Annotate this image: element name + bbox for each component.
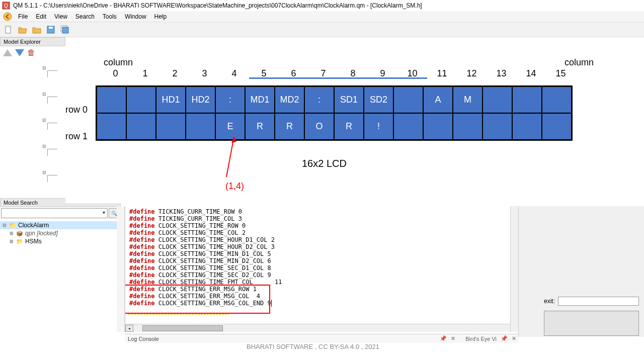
tree-qpn[interactable]: ⊞ 📦 qpn [locked] xyxy=(0,229,121,237)
close-icon[interactable]: ✕ xyxy=(510,335,518,342)
triangle-down-icon[interactable] xyxy=(15,49,24,56)
code-line: #define TICKING_CURR_TIME_COL 3 xyxy=(129,215,514,222)
menu-edit[interactable]: Edit xyxy=(32,12,50,21)
tree-root-label: ClockAlarm xyxy=(18,222,49,229)
column-number: 12 xyxy=(457,68,487,79)
svg-rect-7 xyxy=(62,27,68,33)
lcd-cell xyxy=(126,113,156,140)
row-labels: row 0 row 1 xyxy=(65,97,92,150)
row1-label: row 1 xyxy=(65,123,92,150)
column-number: 3 xyxy=(190,68,219,79)
lcd-cell: R xyxy=(275,113,304,140)
lcd-cell: SD1 xyxy=(334,86,364,113)
horizontal-scrollbar[interactable]: ◂ ▸ xyxy=(125,324,518,332)
code-line: #define CLOCK_SETTING_TIME_MIN_D2_COL 6 xyxy=(129,257,514,264)
code-gutter xyxy=(117,206,125,332)
menu-window[interactable]: Window xyxy=(121,12,150,21)
toolbar xyxy=(0,22,644,37)
code-line: #define CLOCK_SETTING_TIME_MIN_D1_COL 5 xyxy=(129,250,514,257)
exit-field[interactable] xyxy=(558,297,639,306)
expander-icon[interactable]: ⊞ xyxy=(9,231,14,236)
svg-line-8 xyxy=(226,137,234,177)
lcd-cell xyxy=(393,113,423,140)
birds-eye-label[interactable]: Bird's Eye Vi xyxy=(463,336,499,342)
scrollbar-thumb[interactable] xyxy=(142,325,223,331)
package-icon: 📦 xyxy=(16,230,23,237)
tree-root[interactable]: ⊟ 📁 ClockAlarm xyxy=(0,221,121,229)
lcd-cell xyxy=(393,86,423,113)
menu-tools[interactable]: Tools xyxy=(99,12,121,21)
menu-help[interactable]: Help xyxy=(150,12,171,21)
lcd-cell xyxy=(97,113,126,140)
folder-icon: 📁 xyxy=(16,238,23,245)
lcd-cell: O xyxy=(304,113,334,140)
code-line: #define CLOCK_SETTING_TIME_SEC_D1_COL 8 xyxy=(129,264,514,272)
tree-qpn-label: qpn [locked] xyxy=(25,230,58,237)
new-file-icon[interactable] xyxy=(2,23,15,36)
open-folder2-icon[interactable] xyxy=(30,23,43,36)
model-search-panel: Model Search 🔍 ⊟ 📁 ClockAlarm ⊞ 📦 qpn [l… xyxy=(0,198,121,247)
lcd-cell xyxy=(482,113,512,140)
tree-hsms[interactable]: ⊞ 📁 HSMs xyxy=(0,237,121,245)
pointer-label: (1,4) xyxy=(225,181,244,192)
trash-icon[interactable]: 🗑 xyxy=(27,48,35,57)
project-tree: ⊟ 📁 ClockAlarm ⊞ 📦 qpn [locked] ⊞ 📁 HSMs xyxy=(0,219,121,247)
vertical-scrollbar[interactable] xyxy=(510,206,518,332)
expander-icon[interactable]: ⊞ xyxy=(9,239,14,244)
pin-icon[interactable]: 📌 xyxy=(499,335,510,342)
svg-point-2 xyxy=(4,13,12,21)
lcd-cell xyxy=(542,86,572,113)
code-editor[interactable]: #define TICKING_CURR_TIME_ROW 0#define T… xyxy=(125,206,518,332)
close-icon[interactable]: ✕ xyxy=(449,335,457,342)
lcd-grid: HD1HD2:MD1MD2:SD1SD2AM ERROR! xyxy=(96,85,573,141)
svg-rect-5 xyxy=(49,27,53,29)
explorer-toolbar: 🗑 xyxy=(0,46,65,59)
pointer-arrow-icon xyxy=(221,137,242,182)
column-number: 13 xyxy=(487,68,516,79)
lcd-cell: A xyxy=(423,86,453,113)
property-textarea[interactable] xyxy=(544,311,639,336)
back-orb-icon[interactable] xyxy=(3,12,12,21)
column-number: 4 xyxy=(219,68,249,79)
lcd-cell: R xyxy=(245,113,275,140)
pin-icon[interactable]: 📌 xyxy=(438,335,449,342)
code-line: #define CLOCK_SETTING_TIME_SEC_D2_COL 9 xyxy=(129,272,514,279)
code-line: #define CLOCK_SETTING_TIME_HOUR_D2_COL 3 xyxy=(129,243,514,250)
search-combo[interactable] xyxy=(1,208,108,218)
lcd-cell xyxy=(186,113,215,140)
lcd-cell: HD2 xyxy=(186,86,215,113)
lcd-diagram-overlay: column column 0123456789101112131415 row… xyxy=(65,37,644,203)
log-console-label[interactable]: Log Console xyxy=(125,336,162,342)
code-line: #define CLOCK_SETTING_TIME_ROW 0 xyxy=(129,222,514,229)
explorer-tree-stub: ⊟ ⊟ ⊟ ⊟ ⊟ xyxy=(0,65,65,182)
svg-text:Q: Q xyxy=(4,3,8,9)
expander-icon[interactable]: ⊟ xyxy=(2,223,7,228)
lcd-cell: MD2 xyxy=(275,86,304,113)
lcd-cell: ! xyxy=(364,113,393,140)
code-line: #define CLOCK_SETTING_ERR_MSG_ROW 1 xyxy=(129,286,514,293)
triangle-up-icon[interactable] xyxy=(3,49,12,56)
footer-credit: BHARATI SOFTWARE , CC BY-SA 4.0 , 2021 xyxy=(247,343,379,350)
menu-search[interactable]: Search xyxy=(71,12,99,21)
lcd-cell: HD1 xyxy=(156,86,186,113)
lcd-cell xyxy=(542,113,572,140)
code-line: #define CLOCK_SETTING_ERR_MSG_COL 4 xyxy=(129,293,514,300)
menu-file[interactable]: File xyxy=(14,12,32,21)
column-number: 1 xyxy=(130,68,160,79)
scroll-left-icon[interactable]: ◂ xyxy=(125,325,133,332)
code-line: #define CLOCK_SETTING_TIME_FMT_COL 11 xyxy=(129,279,514,286)
save-icon[interactable] xyxy=(44,23,57,36)
lcd-cell: E xyxy=(215,113,245,140)
column-label-right: column xyxy=(565,57,594,68)
lcd-cell xyxy=(482,86,512,113)
open-folder-icon[interactable] xyxy=(16,23,29,36)
menubar: File Edit View Search Tools Window Help xyxy=(0,11,644,22)
lcd-cell xyxy=(126,86,156,113)
lcd-cell: SD2 xyxy=(364,86,393,113)
saveall-icon[interactable] xyxy=(58,23,71,36)
tree-hsms-label: HSMs xyxy=(25,238,42,245)
lcd-caption: 16x2 LCD xyxy=(302,158,347,169)
folder-icon: 📁 xyxy=(9,222,16,229)
column-number: 15 xyxy=(546,68,576,79)
menu-view[interactable]: View xyxy=(50,12,71,21)
